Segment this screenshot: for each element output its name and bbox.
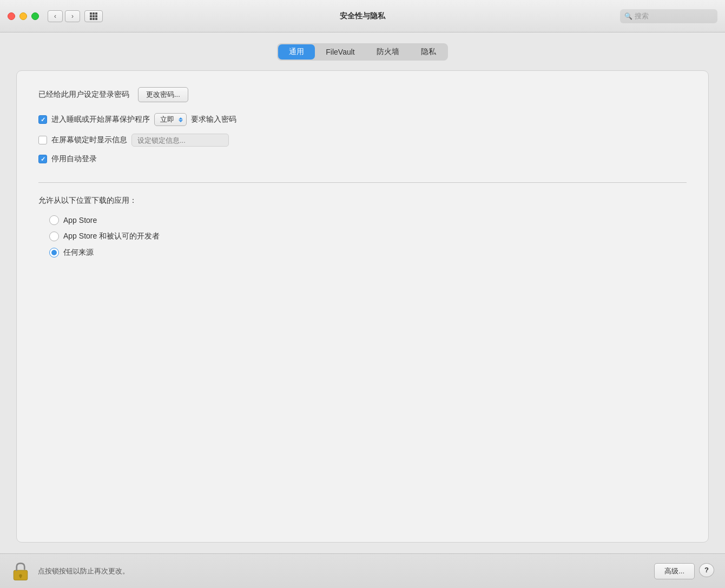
change-password-button[interactable]: 更改密码... <box>138 87 188 102</box>
password-row: 已经给此用户设定登录密码 更改密码... <box>38 87 687 102</box>
sleep-label: 进入睡眠或开始屏幕保护程序 <box>51 115 150 124</box>
tabs-row: 通用 FileVault 防火墙 隐私 <box>16 43 709 61</box>
radio-anywhere-row: 任何来源 <box>49 248 687 257</box>
nav-buttons: ‹ › <box>48 10 80 22</box>
grid-icon <box>90 12 97 20</box>
lock-message-checkbox[interactable] <box>38 136 47 144</box>
radio-anywhere[interactable] <box>49 248 59 257</box>
auto-login-checkbox-row: 停用自动登录 <box>38 154 687 164</box>
svg-rect-2 <box>20 576 22 578</box>
auto-login-checkbox[interactable] <box>38 155 47 163</box>
search-icon: 🔍 <box>624 12 632 20</box>
tab-firewall[interactable]: 防火墙 <box>366 44 410 60</box>
sleep-checkbox[interactable] <box>38 115 47 124</box>
minimize-button[interactable] <box>19 12 27 20</box>
bottom-bar: 点按锁按钮以防止再次更改。 高级... ? <box>0 553 725 588</box>
lock-message-checkbox-row: 在屏幕锁定时显示信息 <box>38 134 687 147</box>
tab-filevault[interactable]: FileVault <box>315 44 365 60</box>
titlebar: ‹ › 安全性与隐私 🔍 搜索 <box>0 0 725 32</box>
help-button[interactable]: ? <box>699 563 714 577</box>
forward-button[interactable]: › <box>65 10 80 22</box>
radio-appstore-row: App Store <box>49 215 687 225</box>
radio-anywhere-label: 任何来源 <box>63 248 94 257</box>
radio-appstore-label: App Store <box>63 216 97 224</box>
password-label: 已经给此用户设定登录密码 <box>38 90 129 100</box>
downloads-title: 允许从以下位置下载的应用： <box>38 196 687 206</box>
tab-general[interactable]: 通用 <box>278 44 315 60</box>
require-password-label: 要求输入密码 <box>191 115 236 124</box>
traffic-lights <box>8 12 39 20</box>
sleep-checkbox-row: 进入睡眠或开始屏幕保护程序 立即 要求输入密码 <box>38 113 687 126</box>
search-box[interactable]: 🔍 搜索 <box>620 9 717 23</box>
grid-button[interactable] <box>84 10 103 22</box>
radio-group: App Store App Store 和被认可的开发者 任何来源 <box>38 215 687 257</box>
checkbox-section: 进入睡眠或开始屏幕保护程序 立即 要求输入密码 在屏幕锁定时显示信息 <box>38 113 687 164</box>
radio-appstore-dev[interactable] <box>49 232 59 241</box>
advanced-button[interactable]: 高级... <box>654 563 695 579</box>
search-placeholder: 搜索 <box>635 11 649 21</box>
lock-text: 点按锁按钮以防止再次更改。 <box>38 566 654 576</box>
downloads-section: 允许从以下位置下载的应用： App Store App Store 和被认可的开… <box>38 196 687 257</box>
lock-icon[interactable] <box>11 560 30 582</box>
dropdown-arrows-icon <box>179 117 183 122</box>
arrow-down-icon <box>179 120 183 122</box>
settings-panel: 已经给此用户设定登录密码 更改密码... 进入睡眠或开始屏幕保护程序 立即 要求… <box>16 70 709 543</box>
sleep-dropdown-value: 立即 <box>160 115 174 124</box>
tab-bar: 通用 FileVault 防火墙 隐私 <box>277 43 447 61</box>
radio-appstore[interactable] <box>49 215 59 225</box>
arrow-up-icon <box>179 117 183 120</box>
back-button[interactable]: ‹ <box>48 10 63 22</box>
bottom-buttons: 高级... ? <box>654 563 714 579</box>
radio-appstore-dev-row: App Store 和被认可的开发者 <box>49 232 687 241</box>
sleep-dropdown[interactable]: 立即 <box>154 113 187 126</box>
window-title: 安全性与隐私 <box>340 11 385 21</box>
auto-login-label: 停用自动登录 <box>51 154 97 164</box>
lock-message-input[interactable] <box>131 134 229 147</box>
radio-appstore-dev-label: App Store 和被认可的开发者 <box>63 232 160 241</box>
close-button[interactable] <box>8 12 15 20</box>
lock-message-label: 在屏幕锁定时显示信息 <box>51 135 127 145</box>
tab-privacy[interactable]: 隐私 <box>410 44 447 60</box>
section-divider <box>38 182 687 183</box>
content-area: 通用 FileVault 防火墙 隐私 已经给此用户设定登录密码 更改密码...… <box>0 32 725 553</box>
maximize-button[interactable] <box>31 12 39 20</box>
